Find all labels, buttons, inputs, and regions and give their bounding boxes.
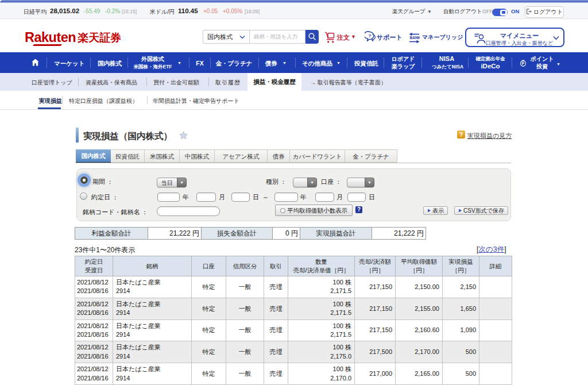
svg-text:BANK: BANK xyxy=(410,36,420,40)
svg-text:P: P xyxy=(522,61,525,66)
svg-text:?: ? xyxy=(368,33,371,38)
